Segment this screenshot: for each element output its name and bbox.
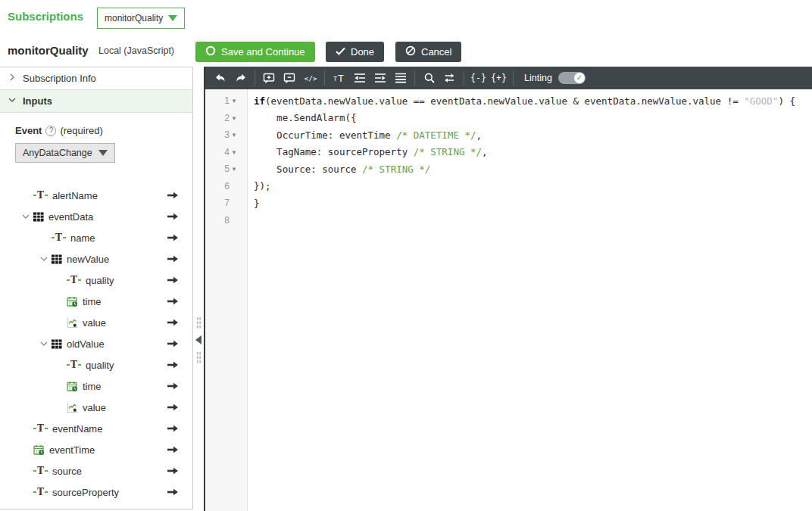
section-inputs[interactable]: Inputs (0, 90, 192, 113)
tree-item-label: alertName (52, 190, 98, 201)
tree-item-eventData[interactable]: eventData (0, 206, 192, 227)
code-area[interactable]: 1▾if(eventData.newValue.value == eventDa… (205, 89, 812, 511)
svg-text:</>: </> (304, 74, 317, 83)
fold-caret-icon[interactable]: ▾ (230, 165, 239, 173)
map-arrow-icon[interactable] (167, 234, 179, 241)
tree-item-source[interactable]: Tsource (0, 460, 192, 481)
chevron-down-icon[interactable] (39, 339, 52, 348)
drag-grip-icon[interactable] (196, 351, 201, 363)
tree-item-time[interactable]: time (0, 291, 192, 312)
map-arrow-icon[interactable] (167, 467, 179, 475)
outdent-icon[interactable] (349, 68, 370, 88)
sidebar: Subscription Info Inputs Event ? (requir… (0, 67, 193, 509)
code-lines[interactable]: 1▾if(eventData.newValue.value == eventDa… (205, 92, 812, 229)
code-line[interactable]: 6}); (205, 178, 812, 195)
fold-braces-icon[interactable]: {-} (468, 68, 489, 88)
page-title: Subscriptions (8, 10, 83, 23)
tree-item-label: newValue (67, 254, 109, 265)
map-arrow-icon[interactable] (167, 340, 179, 347)
code-line[interactable]: 1▾if(eventData.newValue.value == eventDa… (205, 92, 812, 110)
drag-grip-icon[interactable] (196, 316, 201, 329)
chevron-down-icon[interactable] (21, 212, 33, 221)
map-arrow-icon[interactable] (167, 255, 179, 263)
collapse-panel-icon[interactable] (195, 335, 201, 344)
undo-icon[interactable] (210, 68, 230, 88)
redo-icon[interactable] (230, 68, 251, 88)
tree-item-time[interactable]: time (0, 375, 192, 397)
chevron-down-icon (98, 150, 108, 156)
map-arrow-icon[interactable] (167, 488, 179, 496)
map-arrow-icon[interactable] (167, 298, 179, 305)
line-number: 8 (205, 215, 248, 226)
done-button[interactable]: Done (326, 42, 384, 62)
code-block-icon[interactable]: </> (300, 68, 320, 88)
add-comment-icon[interactable] (259, 68, 280, 88)
subscription-type-label: Local (JavaScript) (98, 45, 174, 56)
map-arrow-icon[interactable] (167, 213, 179, 220)
map-arrow-icon[interactable] (167, 319, 179, 326)
tree-item-quality[interactable]: Tquality (0, 270, 192, 291)
tree-item-value[interactable]: value (0, 312, 192, 333)
datetime-type-icon (33, 444, 45, 456)
code-line[interactable]: 8 (205, 212, 812, 229)
panel-splitter[interactable] (193, 67, 204, 509)
datetime-type-icon (67, 381, 78, 392)
check-icon (336, 46, 345, 58)
main-area: Subscription Info Inputs Event ? (requir… (0, 67, 812, 511)
tree-item-oldValue[interactable]: oldValue (0, 333, 192, 354)
tree-item-name[interactable]: Tname (0, 227, 192, 248)
tree-item-label: quality (86, 275, 114, 286)
tree-item-eventName[interactable]: TeventName (0, 418, 192, 439)
tree-item-alertName[interactable]: TalertName (0, 185, 192, 206)
map-arrow-icon[interactable] (167, 446, 179, 453)
tree-item-newValue[interactable]: newValue (0, 248, 192, 270)
map-arrow-icon[interactable] (167, 404, 179, 411)
code-line[interactable]: 2▾ me.SendAlarm({ (205, 110, 812, 127)
fold-caret-icon[interactable]: ▾ (230, 148, 239, 156)
code-line[interactable]: 5▾ Source: source /* STRING */ (205, 160, 812, 178)
infotable-type-icon (52, 339, 62, 349)
chevron-down-icon[interactable] (39, 254, 52, 263)
string-type-icon: T (67, 276, 81, 285)
subscription-selector[interactable]: monitorQuality (97, 8, 185, 29)
format-lines-icon[interactable] (390, 68, 411, 88)
line-number: 2▾ (205, 113, 248, 123)
indent-icon[interactable] (370, 68, 390, 88)
fold-caret-icon[interactable]: ▾ (230, 131, 239, 139)
code-line[interactable]: 4▾ TagName: sourceProperty /* STRING */, (205, 144, 812, 161)
replace-icon[interactable] (439, 68, 460, 88)
fold-caret-icon[interactable]: ▾ (230, 114, 239, 122)
code-line[interactable]: 3▾ OccurTime: eventTime /* DATETIME */, (205, 126, 812, 144)
cancel-button-label: Cancel (421, 46, 451, 58)
section-label: Inputs (23, 95, 52, 107)
font-size-icon[interactable]: TT (329, 68, 349, 88)
section-subscription-info[interactable]: Subscription Info (0, 67, 192, 90)
tree-item-eventTime[interactable]: eventTime (0, 439, 192, 460)
fold-caret-icon[interactable]: ▾ (230, 97, 239, 104)
map-arrow-icon[interactable] (167, 425, 179, 432)
search-icon[interactable] (419, 68, 439, 88)
event-selector-value: AnyDataChange (23, 148, 92, 158)
unfold-braces-icon[interactable]: {+} (489, 68, 509, 88)
save-and-continue-button[interactable]: Save and Continue (195, 42, 315, 62)
map-arrow-icon[interactable] (167, 192, 179, 199)
chevron-down-icon (168, 15, 177, 21)
cancel-button[interactable]: Cancel (395, 42, 461, 62)
help-icon[interactable]: ? (45, 126, 56, 136)
map-arrow-icon[interactable] (167, 361, 179, 369)
done-button-label: Done (351, 46, 374, 58)
section-label: Subscription Info (23, 73, 96, 84)
tree-item-quality[interactable]: Tquality (0, 354, 192, 375)
tree-item-value[interactable]: value (0, 397, 192, 418)
variant-type-icon (67, 317, 78, 329)
map-arrow-icon[interactable] (167, 382, 179, 390)
remove-comment-icon[interactable] (280, 68, 300, 88)
linting-toggle[interactable]: ✓ (558, 72, 586, 84)
subscription-name: monitorQuality (8, 44, 89, 57)
event-selector[interactable]: AnyDataChange (15, 143, 115, 163)
code-line[interactable]: 7} (205, 195, 812, 212)
tree-item-label: eventName (52, 423, 102, 435)
tree-item-sourceProperty[interactable]: TsourceProperty (0, 481, 192, 503)
string-type-icon: T (33, 191, 48, 200)
map-arrow-icon[interactable] (167, 276, 179, 284)
